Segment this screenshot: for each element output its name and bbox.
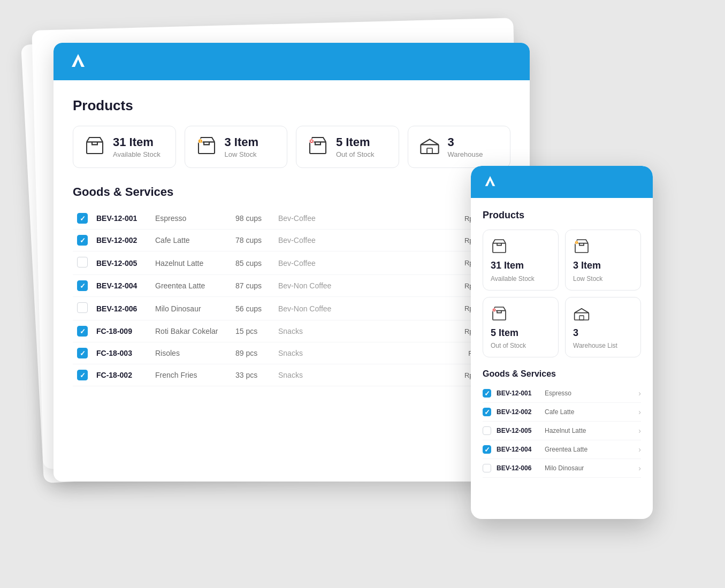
table-row[interactable]: BEV-12-002 Cafe Latte 78 cups Bev-Coffee…: [73, 230, 510, 251]
small-checkbox-1[interactable]: [483, 408, 491, 416]
row-code-5: FC-18-009: [92, 320, 151, 342]
row-code-1: BEV-12-002: [92, 230, 151, 251]
small-stat-number-warehouse: 3: [573, 327, 633, 339]
small-checkbox-0[interactable]: [483, 389, 491, 398]
table-row[interactable]: FC-18-009 Roti Bakar Cokelar 15 pcs Snac…: [73, 320, 510, 342]
small-card: Products 31 Item Available Stock: [471, 166, 653, 519]
svg-text:!: !: [200, 140, 201, 143]
small-checkbox-4[interactable]: [483, 464, 491, 472]
stat-number-available: 31 Item: [113, 135, 161, 149]
row-code-7: FC-18-002: [92, 364, 151, 386]
table-row[interactable]: BEV-12-006 Milo Dinosaur 56 cups Bev-Non…: [73, 297, 510, 320]
small-list-item[interactable]: BEV-12-004 Greentea Latte ›: [483, 440, 641, 459]
main-card-body: Products 31 Item Available Stock: [54, 80, 530, 403]
row-name-3: Greentea Latte: [151, 275, 231, 297]
row-qty-7: 33 pcs: [231, 364, 274, 386]
row-qty-1: 78 cups: [231, 230, 274, 251]
small-stat-number-available: 31 Item: [491, 260, 551, 272]
small-row-name-2: Hazelnut Latte: [545, 427, 633, 434]
row-category-5: Snacks: [274, 320, 344, 342]
row-category-0: Bev-Coffee: [274, 208, 344, 230]
small-box-icon-low: !: [573, 238, 633, 257]
stat-text-available: 31 Item Available Stock: [113, 135, 161, 158]
checkbox-7[interactable]: [77, 370, 88, 380]
row-qty-2: 85 cups: [231, 251, 274, 275]
checkbox-5[interactable]: [77, 326, 88, 337]
svg-rect-4: [310, 142, 326, 154]
row-category-6: Snacks: [274, 342, 344, 364]
stat-low-stock: ! 3 Item Low Stock: [185, 126, 288, 168]
small-goods-title: Goods & Services: [483, 369, 641, 379]
small-products-title: Products: [483, 210, 641, 221]
small-stat-warehouse: 3 Warehouse List: [565, 297, 641, 358]
row-name-1: Cafe Latte: [151, 230, 231, 251]
small-stat-label-low: Low Stock: [573, 275, 633, 282]
row-code-0: BEV-12-001: [92, 208, 151, 230]
table-row[interactable]: FC-18-003 Risoles 89 pcs Snacks Rp 9.000…: [73, 342, 510, 364]
warehouse-icon: [419, 135, 440, 159]
svg-rect-7: [427, 148, 432, 154]
stat-number-out: 5 Item: [336, 135, 375, 149]
checkbox-0[interactable]: [77, 213, 88, 224]
svg-rect-14: [575, 312, 589, 319]
row-qty-5: 15 pcs: [231, 320, 274, 342]
small-stat-number-low: 3 Item: [573, 260, 633, 272]
chevron-down-icon-1: ›: [638, 408, 641, 416]
row-qty-3: 87 cups: [231, 275, 274, 297]
small-row-name-0: Espresso: [545, 390, 633, 397]
small-checkbox-2[interactable]: [483, 426, 491, 435]
small-row-name-3: Greentea Latte: [545, 446, 633, 453]
goods-title: Goods & Services: [73, 185, 510, 199]
table-row[interactable]: FC-18-002 French Fries 33 pcs Snacks Rp …: [73, 364, 510, 386]
row-qty-6: 89 pcs: [231, 342, 274, 364]
small-row-code-1: BEV-12-002: [497, 408, 539, 416]
products-title: Products: [73, 97, 510, 114]
table-row[interactable]: BEV-12-001 Espresso 98 cups Bev-Coffee R…: [73, 208, 510, 230]
table-row[interactable]: BEV-12-004 Greentea Latte 87 cups Bev-No…: [73, 275, 510, 297]
checkbox-2[interactable]: [77, 257, 88, 268]
small-logo-icon: [483, 174, 498, 189]
row-category-3: Bev-Non Coffee: [274, 275, 344, 297]
row-category-4: Bev-Non Coffee: [274, 297, 344, 320]
small-stat-out: 5 Item Out of Stock: [483, 297, 559, 358]
small-stat-label-warehouse: Warehouse List: [573, 342, 633, 349]
small-stat-label-available: Available Stock: [491, 275, 551, 282]
table-row[interactable]: BEV-12-005 Hazelnut Latte 85 cups Bev-Co…: [73, 251, 510, 275]
checkbox-3[interactable]: [77, 280, 88, 291]
checkbox-6[interactable]: [77, 348, 88, 358]
small-list-item[interactable]: BEV-12-001 Espresso ›: [483, 384, 641, 403]
checkbox-4[interactable]: [77, 302, 88, 313]
chevron-down-icon-2: ›: [638, 426, 641, 435]
small-list-item[interactable]: BEV-12-006 Milo Dinosaur ›: [483, 459, 641, 478]
row-name-0: Espresso: [151, 208, 231, 230]
small-row-code-4: BEV-12-006: [497, 464, 539, 472]
stat-label-available: Available Stock: [113, 150, 161, 158]
row-qty-0: 98 cups: [231, 208, 274, 230]
stat-text-out: 5 Item Out of Stock: [336, 135, 375, 158]
stat-label-out: Out of Stock: [336, 150, 375, 158]
stat-label-low: Low Stock: [225, 150, 259, 158]
row-code-6: FC-18-003: [92, 342, 151, 364]
row-name-2: Hazelnut Latte: [151, 251, 231, 275]
small-row-name-4: Milo Dinosaur: [545, 464, 633, 472]
small-list-item[interactable]: BEV-12-005 Hazelnut Latte ›: [483, 422, 641, 440]
small-list-item[interactable]: BEV-12-002 Cafe Latte ›: [483, 403, 641, 422]
box-icon-low: !: [196, 135, 217, 159]
checkbox-1[interactable]: [77, 235, 88, 246]
row-name-4: Milo Dinosaur: [151, 297, 231, 320]
row-qty-4: 56 cups: [231, 297, 274, 320]
small-card-body: Products 31 Item Available Stock: [471, 198, 653, 490]
chevron-down-icon-3: ›: [638, 445, 641, 454]
small-row-code-2: BEV-12-005: [497, 427, 539, 434]
small-checkbox-3[interactable]: [483, 445, 491, 454]
logo-icon: [68, 52, 88, 71]
row-code-3: BEV-12-004: [92, 275, 151, 297]
row-name-7: French Fries: [151, 364, 231, 386]
stat-text-warehouse: 3 Warehouse: [448, 135, 483, 158]
box-icon-out: [307, 135, 329, 159]
svg-rect-12: [493, 310, 506, 319]
row-category-1: Bev-Coffee: [274, 230, 344, 251]
svg-rect-0: [87, 142, 103, 154]
main-card-header: [54, 43, 530, 80]
small-stat-available: 31 Item Available Stock: [483, 230, 559, 291]
